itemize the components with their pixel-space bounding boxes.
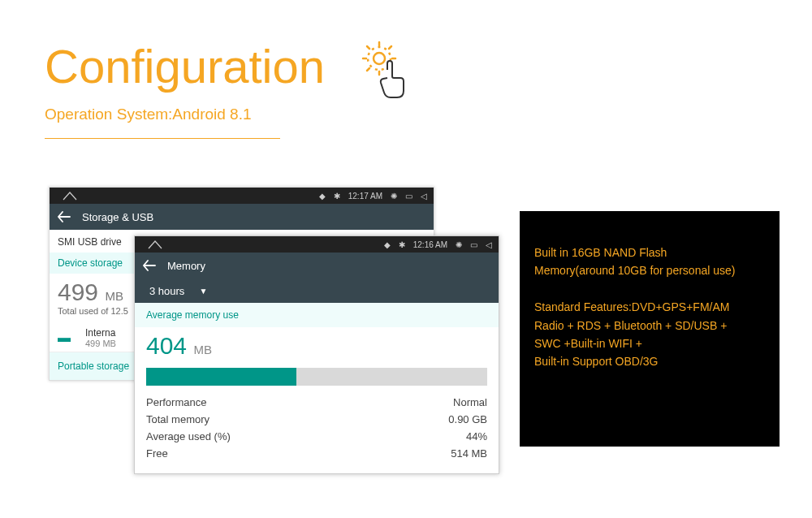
subtitle: Operation System:Android 8.1: [45, 106, 252, 123]
dropdown-value: 3 hours: [149, 285, 184, 297]
internal-label: Interna: [85, 327, 116, 339]
nav-bar[interactable]: Memory: [135, 253, 499, 278]
stat-performance: Performance Normal: [146, 394, 487, 411]
stat-avg-used: Average used (%) 44%: [146, 428, 487, 445]
gear-hand-icon: [361, 41, 410, 105]
status-bar: ◆ ✱ 12:17 AM ✺ ▭ ◁: [50, 188, 434, 204]
back-icon: ◁: [421, 192, 427, 201]
nav-title: Memory: [167, 260, 205, 272]
info-line: Standard Features:DVD+GPS+FM/AM: [534, 298, 765, 316]
stat-free: Free 514 MB: [146, 445, 487, 462]
back-arrow-icon[interactable]: [58, 211, 71, 222]
info-line: Memory(around 10GB for personal use): [534, 261, 765, 279]
svg-point-0: [374, 53, 385, 64]
info-line: SWC +Built-in WIFI +: [534, 335, 765, 352]
recent-apps-icon: ▭: [405, 192, 412, 201]
memory-usage-fill: [146, 368, 296, 386]
home-icon: [148, 240, 162, 249]
nav-bar[interactable]: Storage & USB: [50, 204, 434, 230]
brightness-icon: ✺: [391, 192, 397, 201]
back-arrow-icon[interactable]: [143, 260, 156, 271]
back-icon: ◁: [486, 240, 492, 249]
chevron-down-icon: ▼: [199, 287, 207, 296]
page-title: Configuration: [45, 39, 325, 93]
recent-apps-icon: ▭: [470, 240, 477, 249]
home-icon: [63, 191, 77, 201]
status-bar: ◆ ✱ 12:16 AM ✺ ▭ ◁: [135, 236, 499, 253]
bluetooth-icon: ✱: [334, 192, 340, 201]
status-time: 12:17 AM: [348, 192, 382, 201]
memory-usage-bar: [146, 368, 487, 386]
location-icon: ◆: [384, 240, 391, 249]
divider: [45, 138, 280, 139]
memory-stats: Performance Normal Total memory 0.90 GB …: [135, 386, 499, 473]
brightness-icon: ✺: [456, 240, 462, 249]
bluetooth-icon: ✱: [399, 240, 405, 249]
memory-value: 404 MB: [135, 327, 499, 368]
status-time: 12:16 AM: [413, 240, 447, 249]
feature-info-box: Built in 16GB NAND Flash Memory(around 1…: [520, 211, 780, 447]
info-line: Radio + RDS + Bluetooth + SD/USB +: [534, 317, 765, 335]
info-line: Built-in Support OBD/3G: [534, 352, 765, 370]
internal-value: 499 MB: [85, 339, 116, 348]
stat-total-memory: Total memory 0.90 GB: [146, 411, 487, 428]
time-range-dropdown[interactable]: 3 hours ▼: [135, 278, 499, 303]
info-line: Built in 16GB NAND Flash: [534, 244, 765, 261]
memory-panel: ◆ ✱ 12:16 AM ✺ ▭ ◁ Memory 3 hours ▼ Aver…: [134, 235, 499, 474]
storage-icon: ▬: [58, 330, 85, 345]
nav-title: Storage & USB: [82, 211, 153, 223]
location-icon: ◆: [319, 192, 326, 201]
avg-memory-label: Average memory use: [135, 303, 499, 327]
